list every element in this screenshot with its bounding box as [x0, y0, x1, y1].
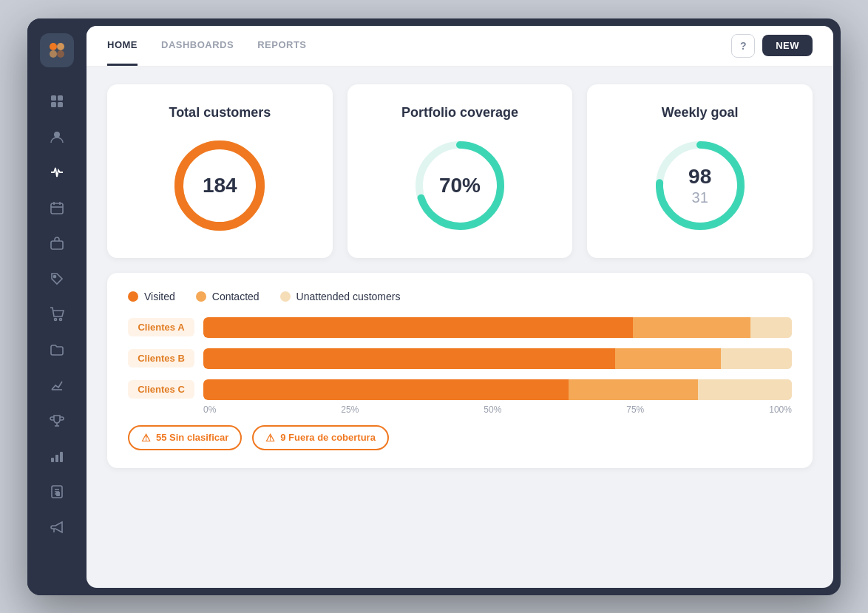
sidebar — [27, 18, 87, 595]
warning-icon-2: ⚠ — [265, 432, 275, 444]
new-button[interactable]: NEW — [762, 35, 813, 56]
kpi-total-customers: Total customers 184 — [107, 84, 333, 258]
chart-legend: Visited Contacted Unattended customers — [128, 291, 792, 302]
sidebar-item-user[interactable] — [41, 121, 73, 153]
x-label-50: 50% — [484, 404, 501, 415]
svg-point-16 — [60, 318, 62, 320]
tab-home[interactable]: HOME — [107, 26, 138, 66]
main-content: HOME DASHBOARDS REPORTS ? NEW Total cust… — [87, 26, 833, 588]
legend-visited: Visited — [128, 291, 175, 302]
badge-unclassified-label: 55 Sin clasificar — [156, 432, 228, 443]
badge-unclassified[interactable]: ⚠ 55 Sin clasificar — [128, 425, 242, 450]
legend-visited-label: Visited — [144, 291, 175, 302]
sidebar-item-tag[interactable] — [41, 263, 73, 295]
badge-out-of-coverage-label: 9 Fuera de cobertura — [280, 432, 376, 443]
sidebar-item-trophy[interactable] — [41, 404, 73, 437]
bar-unattended-b — [721, 348, 792, 369]
sidebar-item-bar[interactable] — [41, 440, 73, 473]
bar-contacted-b — [615, 348, 721, 369]
kpi-portfolio-value: 70% — [439, 173, 481, 198]
legend-contacted: Contacted — [196, 291, 260, 302]
svg-point-8 — [54, 132, 60, 138]
header-actions: ? NEW — [731, 34, 813, 58]
chart-section: Visited Contacted Unattended customers — [107, 273, 813, 468]
svg-point-3 — [57, 50, 64, 58]
bar-track-b — [203, 348, 792, 369]
sidebar-item-calendar[interactable] — [41, 192, 73, 224]
help-button[interactable]: ? — [731, 34, 755, 58]
kpi-total-customers-value: 184 — [203, 173, 237, 198]
svg-rect-27 — [56, 492, 60, 496]
svg-rect-7 — [58, 102, 63, 107]
kpi-weekly-title: Weekly goal — [662, 105, 739, 121]
x-axis: 0% 25% 50% 75% 100% — [128, 404, 792, 415]
legend-unattended-dot — [280, 291, 291, 302]
bar-unattended-a — [750, 317, 792, 338]
svg-point-15 — [55, 318, 57, 320]
svg-rect-20 — [51, 458, 54, 462]
bar-track-a — [203, 317, 792, 338]
bar-contacted-c — [569, 379, 698, 400]
x-labels: 0% 25% 50% 75% 100% — [203, 404, 792, 415]
warning-icon-1: ⚠ — [141, 432, 151, 444]
svg-rect-4 — [51, 95, 56, 101]
tab-dashboards[interactable]: DASHBOARDS — [161, 26, 234, 66]
svg-point-0 — [50, 43, 57, 50]
kpi-portfolio-title: Portfolio coverage — [401, 105, 518, 121]
legend-contacted-dot — [196, 291, 206, 302]
bar-chart: Clientes A Clientes B — [128, 317, 792, 400]
badge-out-of-coverage[interactable]: ⚠ 9 Fuera de cobertura — [252, 425, 389, 450]
svg-point-14 — [54, 275, 56, 277]
svg-rect-6 — [51, 102, 56, 107]
x-label-0: 0% — [203, 404, 216, 415]
sidebar-item-cart[interactable] — [41, 298, 73, 331]
x-label-75: 75% — [626, 404, 644, 415]
footer-badges: ⚠ 55 Sin clasificar ⚠ 9 Fuera de cobertu… — [128, 425, 792, 450]
sidebar-item-chart[interactable] — [41, 369, 73, 402]
bar-unattended-c — [698, 379, 792, 400]
bar-row-clientes-b: Clientes B — [128, 348, 792, 369]
kpi-weekly-goal: Weekly goal 98 31 — [587, 84, 813, 258]
sidebar-item-pulse[interactable] — [41, 156, 73, 189]
kpi-weekly-chart: 98 31 — [648, 134, 752, 237]
sidebar-item-briefcase[interactable] — [41, 227, 73, 260]
legend-contacted-label: Contacted — [212, 291, 260, 302]
svg-rect-22 — [60, 452, 63, 462]
svg-point-1 — [57, 43, 64, 50]
bar-visited-a — [203, 317, 633, 338]
bar-contacted-a — [633, 317, 750, 338]
kpi-portfolio-chart: 70% — [408, 134, 512, 237]
bar-visited-b — [203, 348, 615, 369]
bar-label-b: Clientes B — [128, 349, 194, 368]
header: HOME DASHBOARDS REPORTS ? NEW — [87, 26, 833, 67]
svg-rect-21 — [55, 455, 58, 462]
kpi-portfolio-coverage: Portfolio coverage 70% — [347, 84, 573, 258]
legend-unattended: Unattended customers — [280, 291, 401, 302]
x-label-100: 100% — [769, 404, 792, 415]
bar-track-c — [203, 379, 792, 400]
sidebar-item-megaphone[interactable] — [41, 511, 73, 543]
nav-tabs: HOME DASHBOARDS REPORTS — [107, 26, 307, 66]
bar-visited-c — [203, 379, 569, 400]
bar-label-c: Clientes C — [128, 380, 194, 399]
app-container: HOME DASHBOARDS REPORTS ? NEW Total cust… — [27, 18, 841, 595]
kpi-cards: Total customers 184 Portfolio coverage — [107, 84, 813, 258]
legend-visited-dot — [128, 291, 138, 302]
sidebar-logo[interactable] — [40, 33, 74, 67]
svg-rect-5 — [58, 95, 63, 101]
x-label-25: 25% — [341, 404, 359, 415]
sidebar-item-grid[interactable] — [41, 85, 73, 118]
svg-rect-13 — [51, 241, 63, 249]
kpi-total-customers-title: Total customers — [169, 105, 271, 121]
sidebar-item-report[interactable] — [41, 475, 73, 508]
svg-rect-9 — [51, 203, 63, 214]
body-content: Total customers 184 Portfolio coverage — [87, 67, 833, 588]
bar-label-a: Clientes A — [128, 318, 194, 336]
kpi-weekly-values: 98 31 — [688, 164, 711, 207]
tab-reports[interactable]: REPORTS — [257, 26, 306, 66]
bar-row-clientes-a: Clientes A — [128, 317, 792, 338]
kpi-total-customers-chart: 184 — [168, 134, 271, 237]
sidebar-item-folder[interactable] — [41, 333, 73, 366]
bar-row-clientes-c: Clientes C — [128, 379, 792, 400]
legend-unattended-label: Unattended customers — [296, 291, 401, 302]
